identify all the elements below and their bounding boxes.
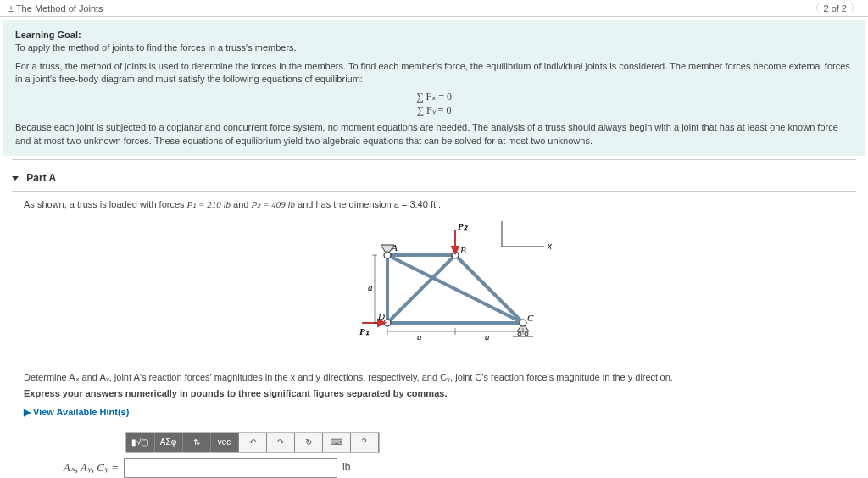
reset-button[interactable]: ↻ — [295, 433, 323, 452]
part-a-header[interactable]: Part A — [0, 164, 868, 187]
express-text: Express your answers numerically in poun… — [24, 387, 844, 400]
joint-d-label: D — [377, 311, 385, 321]
vec-button[interactable]: vec — [211, 433, 239, 452]
joint-c-label: C — [527, 313, 534, 323]
prev-page-icon[interactable]: 〈 — [810, 2, 820, 14]
force-p2-label: P₂ — [458, 221, 468, 231]
axis-x-label: x — [547, 242, 553, 251]
page-title: ± The Method of Joints — [8, 3, 103, 14]
part-a-label: Part A — [26, 172, 56, 184]
learning-goal-text1: To apply the method of joints to find th… — [15, 42, 297, 53]
part-a-intro: As shown, a truss is loaded with forces … — [24, 198, 844, 211]
equation-sum-fx: ∑ Fₓ = 0 — [15, 90, 853, 104]
dim-a-bottom1: a — [417, 331, 422, 342]
joint-b-label: B — [460, 245, 466, 255]
help-button[interactable]: ? — [351, 433, 379, 452]
answer-box: ▮√▢ ΑΣφ ⇅ vec ↶ ↷ ↻ ⌨ ? Aₓ, Aᵧ, Cᵧ = lb — [24, 432, 380, 478]
page-count: 2 of 2 — [823, 3, 847, 14]
joint-a-label: A — [391, 242, 398, 253]
dim-a-left: a — [368, 282, 373, 292]
next-page-icon[interactable]: 〉 — [850, 2, 860, 14]
learning-goal-box: Learning Goal: To apply the method of jo… — [3, 20, 865, 156]
page-indicator: 〈 2 of 2 〉 — [810, 2, 860, 14]
subscript-button[interactable]: ⇅ — [183, 433, 211, 452]
caret-down-icon — [12, 176, 19, 181]
learning-goal-text3: Because each joint is subjected to a cop… — [15, 122, 838, 145]
svg-line-3 — [455, 255, 523, 323]
learning-goal-text2: For a truss, the method of joints is use… — [15, 61, 850, 84]
svg-line-6 — [387, 255, 523, 323]
learning-goal-heading: Learning Goal: — [15, 30, 81, 40]
greek-button[interactable]: ΑΣφ — [155, 433, 183, 452]
template-button[interactable]: ▮√▢ — [126, 433, 155, 452]
unit-label: lb — [342, 460, 350, 475]
answer-input[interactable] — [124, 458, 337, 478]
determine-text: Determine Aₓ and Aᵧ, joint A's reaction … — [24, 371, 844, 384]
svg-point-11 — [525, 332, 528, 336]
svg-point-15 — [520, 320, 526, 326]
equation-toolbar: ▮√▢ ΑΣφ ⇅ vec ↶ ↷ ↻ ⌨ ? — [125, 432, 380, 453]
keyboard-button[interactable]: ⌨ — [323, 433, 351, 452]
force-p1-label: P₁ — [359, 326, 370, 336]
redo-button[interactable]: ↷ — [267, 433, 295, 452]
view-hints-link[interactable]: ▶ View Available Hint(s) — [24, 406, 844, 419]
dim-a-bottom2: a — [485, 331, 490, 342]
svg-point-13 — [384, 252, 391, 258]
truss-diagram: x y — [24, 221, 844, 360]
equation-sum-fy: ∑ Fᵧ = 0 — [15, 103, 853, 118]
svg-point-10 — [518, 332, 521, 336]
variable-label: Aₓ, Aᵧ, Cᵧ = — [24, 460, 119, 475]
undo-button[interactable]: ↶ — [239, 433, 267, 452]
svg-line-7 — [387, 255, 455, 323]
